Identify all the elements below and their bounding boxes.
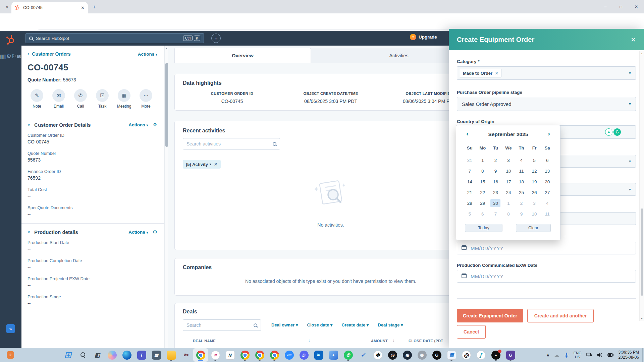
field-value[interactable]: --: [28, 283, 157, 288]
chip-close-icon[interactable]: ✕: [214, 162, 218, 167]
field-value[interactable]: 76592: [28, 175, 157, 181]
scrollbar-thumb[interactable]: [641, 208, 643, 296]
exw-date-input[interactable]: MM/DD/YYYY: [457, 270, 636, 283]
calendar-day[interactable]: 28: [465, 199, 475, 207]
email-button[interactable]: ✉ Email: [49, 89, 68, 109]
calendar-day[interactable]: 16: [490, 178, 500, 186]
global-search-input[interactable]: [36, 36, 182, 41]
global-search[interactable]: Ctrl K: [25, 33, 204, 43]
deal-filter-button[interactable]: Close date ▾: [307, 322, 333, 327]
meeting-button[interactable]: ▦ Meeting: [115, 89, 133, 109]
window-close-button[interactable]: ✕: [629, 0, 644, 13]
calendar-day[interactable]: 1: [503, 199, 514, 207]
calendar-day[interactable]: 6: [478, 210, 488, 218]
steelseries-icon[interactable]: ◎: [459, 348, 474, 362]
calendar-day[interactable]: 10: [529, 210, 539, 218]
category-select[interactable]: Made to Order ✕ ▾: [457, 66, 636, 80]
calendar-day[interactable]: 24: [503, 188, 514, 196]
calendar-day[interactable]: 17: [503, 178, 514, 186]
chip-remove-icon[interactable]: ✕: [495, 71, 498, 76]
scroll-up-icon[interactable]: ▲: [641, 52, 643, 55]
calendar-day[interactable]: 14: [465, 178, 475, 186]
calendar-day[interactable]: 8: [503, 210, 514, 218]
calendar-day[interactable]: 1: [478, 156, 488, 164]
calendar-day[interactable]: 29: [478, 199, 488, 207]
todo-icon[interactable]: ✓: [356, 348, 370, 362]
calendar-day[interactable]: 3: [503, 156, 514, 164]
gear-icon[interactable]: ⚙: [153, 229, 157, 235]
calendar-day[interactable]: 26: [529, 188, 539, 196]
calendar-day[interactable]: 7: [490, 210, 500, 218]
field-value[interactable]: --: [28, 301, 157, 306]
calendar-day[interactable]: 11: [517, 167, 527, 175]
drawer-close-icon[interactable]: ✕: [631, 36, 636, 44]
discord-icon[interactable]: D: [297, 348, 311, 362]
chevron-down-icon[interactable]: ▾: [629, 159, 631, 164]
calendar-day[interactable]: 19: [529, 178, 539, 186]
file-explorer-icon[interactable]: [164, 348, 178, 362]
chrome-icon[interactable]: [193, 348, 208, 362]
notion-icon[interactable]: N: [223, 348, 237, 362]
sidebar-expand-button[interactable]: »: [6, 324, 15, 333]
column-header-amount[interactable]: AMOUNT: [371, 339, 388, 343]
commerce-icon[interactable]: ▥: [1, 53, 6, 60]
chrome-profile-4-icon[interactable]: [267, 348, 282, 362]
copilot-icon[interactable]: [105, 348, 119, 362]
teams-icon[interactable]: T: [134, 348, 149, 362]
column-header-close-date[interactable]: CLOSE DATE (PDT: [409, 339, 443, 343]
calendar-day[interactable]: 11: [542, 210, 552, 218]
calendar-day[interactable]: 15: [478, 178, 488, 186]
deal-filter-button[interactable]: Create date ▾: [341, 322, 369, 327]
chatgpt-icon[interactable]: ✻: [370, 348, 385, 362]
today-button[interactable]: Today: [465, 224, 502, 232]
calendar-day[interactable]: 5: [529, 156, 539, 164]
clear-button[interactable]: Clear: [516, 224, 551, 232]
calculator-icon[interactable]: ▦: [149, 348, 164, 362]
chrome-profile-3-icon[interactable]: [252, 348, 267, 362]
sort-icon[interactable]: ↕: [308, 338, 310, 342]
microphone-icon[interactable]: [564, 352, 569, 358]
language-indicator[interactable]: ENGUS: [574, 351, 582, 359]
sort-icon[interactable]: ↕: [393, 338, 395, 342]
battery-icon[interactable]: [607, 353, 614, 357]
breadcrumb-back-icon[interactable]: ‹: [28, 51, 29, 57]
start-button[interactable]: ⊞: [60, 348, 75, 362]
field-value[interactable]: --: [28, 193, 157, 199]
network-icon[interactable]: [586, 353, 592, 358]
gimp-icon[interactable]: G: [503, 348, 518, 362]
slack-icon[interactable]: ⌗: [208, 348, 223, 362]
field-value[interactable]: --: [28, 212, 157, 217]
calendar-day[interactable]: 5: [465, 210, 475, 218]
calendar-day[interactable]: 3: [529, 199, 539, 207]
scroll-up-icon[interactable]: ▲: [165, 47, 168, 49]
logitech-icon[interactable]: G: [429, 348, 444, 362]
call-button[interactable]: ✆ Call: [71, 89, 90, 109]
search-button[interactable]: [75, 348, 90, 362]
activities-search[interactable]: [183, 138, 280, 149]
taskbar-clock[interactable]: 3:09:36 PM2025-08-06: [619, 350, 639, 360]
calendar-day[interactable]: 4: [542, 199, 552, 207]
onedrive-cloud-icon[interactable]: ☁: [554, 352, 559, 358]
next-month-button[interactable]: ›: [548, 129, 550, 137]
new-tab-button[interactable]: +: [93, 4, 96, 10]
calendar-day[interactable]: 4: [517, 156, 527, 164]
note-button[interactable]: ✎ Note: [28, 89, 46, 109]
zoom-icon[interactable]: zm: [282, 348, 297, 362]
create-button[interactable]: +: [211, 34, 221, 43]
collapse-chevron-icon[interactable]: ∨: [28, 123, 30, 127]
calendar-day[interactable]: 13: [542, 167, 552, 175]
create-equipment-order-button[interactable]: Create Equipment Order: [457, 309, 523, 322]
whatsapp-icon[interactable]: ✆: [341, 348, 356, 362]
calendar-day[interactable]: 2: [517, 199, 527, 207]
calendar-day[interactable]: 31: [465, 156, 475, 164]
activity-filter-chip[interactable]: (5) Activity ▾ ✕: [183, 160, 221, 169]
calendar-day[interactable]: 25: [517, 188, 527, 196]
window-minimize-button[interactable]: –: [598, 0, 613, 13]
chrome-profile-2-icon[interactable]: [237, 348, 252, 362]
photos-icon[interactable]: ▲: [326, 348, 341, 362]
scroll-down-icon[interactable]: ▼: [641, 317, 643, 320]
record-actions-button[interactable]: Actions ▾: [138, 52, 157, 57]
chevron-down-icon[interactable]: ▾: [629, 187, 631, 192]
cancel-button[interactable]: Cancel: [457, 325, 486, 339]
deal-filter-button[interactable]: Deal owner ▾: [271, 322, 298, 327]
